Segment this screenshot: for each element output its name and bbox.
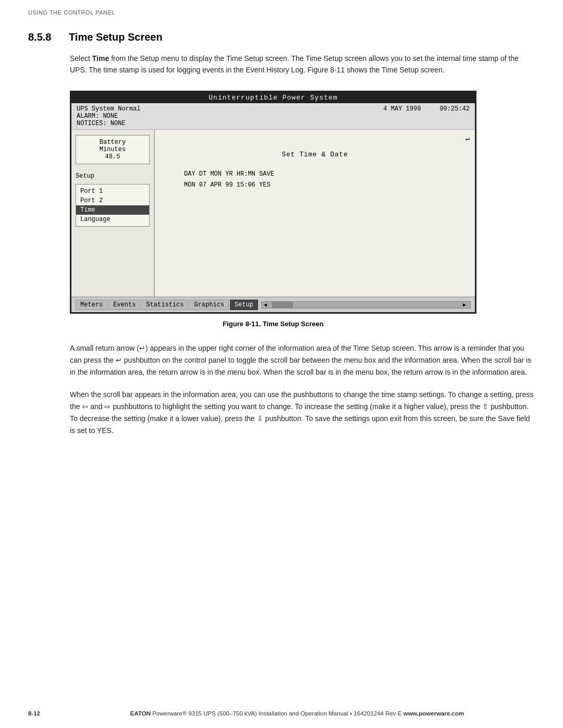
ups-system-status: UPS System Normal <box>77 105 140 113</box>
battery-value: 48.5 <box>80 153 145 161</box>
ups-notices: NOTICES: NONE <box>77 120 140 127</box>
tab-meters[interactable]: Meters <box>76 300 107 310</box>
battery-box: Battery Minutes 48.5 <box>76 135 150 164</box>
ups-status-left: UPS System Normal ALARM: NONE NOTICES: N… <box>77 105 140 127</box>
time-setup-content: Set Time & Date DAY DT MON YR HR:MN SAVE… <box>163 151 467 191</box>
menu-item-port1[interactable]: Port 1 <box>76 187 149 196</box>
battery-label2: Minutes <box>80 146 145 153</box>
ups-bottom-bar: Meters Events Statistics Graphics Setup … <box>71 297 475 312</box>
tab-statistics[interactable]: Statistics <box>141 300 188 310</box>
tab-graphics[interactable]: Graphics <box>189 300 229 310</box>
page-footer: 8-12 EATON Powerware® 9315 UPS (500–750 … <box>0 710 563 717</box>
ups-time: 09:25:42 <box>439 105 470 113</box>
battery-label1: Battery <box>80 139 145 146</box>
tab-events[interactable]: Events <box>108 300 140 310</box>
footer-brand: EATON <box>130 710 151 717</box>
time-data-row: MON 07 APR 99 15:06 YES <box>184 180 467 191</box>
menu-item-language[interactable]: Language <box>76 215 149 224</box>
time-header-row: DAY DT MON YR HR:MN SAVE <box>184 169 467 180</box>
tab-setup[interactable]: Setup <box>230 300 258 310</box>
time-setup-title: Set Time & Date <box>163 151 467 158</box>
menu-item-port2[interactable]: Port 2 <box>76 196 149 205</box>
footer-center: EATON Powerware® 9315 UPS (500–750 kVA) … <box>59 710 535 717</box>
return-arrow-icon: ↵ <box>466 134 470 143</box>
setup-label: Setup <box>76 171 150 181</box>
footer-page-number: 8-12 <box>28 710 59 717</box>
menu-box: Port 1 Port 2 Time Language <box>76 184 150 227</box>
section-number: 8.5.8 <box>28 31 59 43</box>
ups-right-panel: ↵ Set Time & Date DAY DT MON YR HR:MN SA… <box>155 130 475 297</box>
ups-title-bar: Uninterruptible Power System <box>71 92 475 103</box>
page-header: USING THE CONTROL PANEL <box>28 9 115 16</box>
ups-alarm: ALARM: NONE <box>77 113 140 120</box>
footer-product-text: Powerware® 9315 UPS (500–750 kVA) Instal… <box>152 710 401 717</box>
intro-bold: Time <box>92 54 109 63</box>
section-title: Time Setup Screen <box>69 31 163 43</box>
paragraph1: A small return arrow (↵) appears in the … <box>70 342 535 378</box>
time-table: DAY DT MON YR HR:MN SAVE MON 07 APR 99 1… <box>184 169 467 191</box>
ups-date: 4 MAY 1999 <box>383 105 421 113</box>
ups-body: Battery Minutes 48.5 Setup Port 1 Port 2… <box>71 130 475 297</box>
menu-item-time[interactable]: Time <box>76 205 149 215</box>
paragraph2: When the scroll bar appears in the infor… <box>70 389 535 437</box>
scrollbar-right-arrow[interactable]: ▶ <box>461 302 468 308</box>
ups-screen: Uninterruptible Power System UPS System … <box>70 91 476 314</box>
scrollbar-track: ◀ ▶ <box>261 301 471 309</box>
figure-caption: Figure 8-11. Time Setup Screen <box>70 320 476 328</box>
scrollbar-left-arrow[interactable]: ◀ <box>262 302 269 308</box>
ups-datetime: 4 MAY 1999 09:25:42 <box>383 105 470 113</box>
ups-left-panel: Battery Minutes 48.5 Setup Port 1 Port 2… <box>71 130 155 297</box>
intro-paragraph: Select Time from the Setup menu to displ… <box>70 53 535 76</box>
scrollbar-thumb <box>272 302 293 308</box>
ups-status-bar: UPS System Normal ALARM: NONE NOTICES: N… <box>71 103 475 130</box>
footer-website: www.powerware.com <box>403 710 464 717</box>
ups-screen-container: Uninterruptible Power System UPS System … <box>70 91 535 314</box>
